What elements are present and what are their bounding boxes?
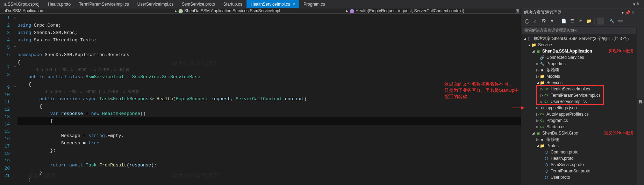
panel-title: 解决方案资源管理器 ▾ 📌 × xyxy=(521,8,637,16)
tree-project[interactable]: ◢▣ShenDa.SSM.Grpc xyxy=(521,130,637,136)
tree-file-cs[interactable]: ▷C#HealthServiceImpl.cs xyxy=(521,86,637,92)
code-content[interactable]: using Grpc.Core; using ShenDa.SSM.Grpc; … xyxy=(17,14,521,185)
close-icon[interactable]: × xyxy=(293,2,295,6)
tree-project[interactable]: ◢▣ShenDa.SSM.Application xyxy=(521,48,637,54)
tabs-row: a.SSM.Grpc.csproj Health.proto TermiPara… xyxy=(0,0,644,8)
tree-folder[interactable]: ◢📁Protos xyxy=(521,143,637,149)
tree-file-cs[interactable]: ▷C#TermiParamServiceImpl.cs xyxy=(521,92,637,98)
tool-icon[interactable]: ☰ xyxy=(568,18,575,25)
tree-file-cs[interactable]: ▷C#AutoMapperProfiles.cs xyxy=(521,111,637,117)
sync-icon[interactable]: 🗘 xyxy=(540,18,547,25)
tree-file-json[interactable]: ▷⚙appsettings.json xyxy=(521,105,637,111)
search-input[interactable]: 搜索解决方案资源管理器(Ctrl+;) xyxy=(522,27,636,34)
tab[interactable]: SsmService.proto xyxy=(178,0,219,8)
line-numbers: 123456789101112131415161718192021 xyxy=(0,14,13,185)
tree-file-proto[interactable]: ⬡Common.proto xyxy=(521,149,637,155)
panel-toolbar: ◯ ⌂ 🗘 ▾ 📄 ☰ ⟳ 📁 ⬚ 🔧 ➖ xyxy=(521,16,637,26)
solution-explorer: 解决方案资源管理器 ▾ 📌 × ◯ ⌂ 🗘 ▾ 📄 ☰ ⟳ 📁 ⬚ 🔧 ➖ 搜索… xyxy=(521,8,637,185)
back-icon[interactable]: ◯ xyxy=(523,18,530,25)
close-icon[interactable]: × xyxy=(632,10,634,15)
tree-file-cs[interactable]: ▷C#Startup.cs xyxy=(521,124,637,130)
tab-active[interactable]: HealthServiceImpl.cs× xyxy=(246,0,299,8)
breadcrumb-project[interactable]: nDa.SSM.Application xyxy=(0,8,171,13)
tool-icon[interactable]: ➖ xyxy=(617,18,624,25)
tree-item[interactable]: ▷🔧Properties xyxy=(521,61,637,67)
tree-folder[interactable]: ◢📁Service xyxy=(521,42,637,48)
tab[interactable]: a.SSM.Grpc.csproj xyxy=(0,0,44,8)
home-icon[interactable]: ⌂ xyxy=(532,18,539,25)
tree-item[interactable]: 🔗Connected Services xyxy=(521,54,637,61)
tree-folder[interactable]: ▷📁Models xyxy=(521,73,637,80)
tool-icon[interactable]: ⟳ xyxy=(577,18,584,25)
fold-column[interactable]: ⊟⊟⊟⊟⊟ xyxy=(13,14,17,185)
tree-file-proto[interactable]: ⬡Health.proto xyxy=(521,155,637,162)
tab[interactable]: TermiParamServiceImpl.cs xyxy=(75,0,133,8)
tree-item[interactable]: ▷■依赖项 xyxy=(521,67,637,73)
tree-file-cs[interactable]: ▷C#Program.cs xyxy=(521,117,637,124)
tool-icon[interactable]: ▾ xyxy=(549,18,556,25)
side-strip[interactable]: 属性 xyxy=(637,8,644,185)
tab[interactable]: Startup.cs xyxy=(219,0,246,8)
tab-dropdown[interactable]: ▾ ✎ xyxy=(629,0,644,8)
tool-icon[interactable]: ⬚ xyxy=(597,18,604,25)
breadcrumb-class[interactable]: ▸ ⬤ ShenDa.SSM.Application.Services.SsmS… xyxy=(171,8,343,13)
tab[interactable]: UserServiceImpl.cs xyxy=(133,0,178,8)
tool-icon[interactable]: 📄 xyxy=(560,18,567,25)
tab[interactable]: Program.cs xyxy=(299,0,329,8)
wrench-icon[interactable]: 🔧 xyxy=(608,18,615,25)
tab[interactable]: Health.proto xyxy=(44,0,75,8)
breadcrumb-bar: nDa.SSM.Application ▸ ⬤ ShenDa.SSM.Appli… xyxy=(0,8,521,14)
tree-folder[interactable]: ◢📁Services xyxy=(521,80,637,86)
solution-tree: ◢⬚解决方案"ShenDa.SSM.Server"(3 个项目，共 3 个) ◢… xyxy=(521,35,637,185)
tool-icon[interactable]: 📁 xyxy=(585,18,592,25)
pin-icon[interactable]: 📌 xyxy=(625,10,630,15)
tree-file-proto[interactable]: ⬡User.proto xyxy=(521,174,637,180)
code-editor[interactable]: 123456789101112131415161718192021 ⊟⊟⊟⊟⊟ … xyxy=(0,14,521,185)
tree-file-proto[interactable]: ⬡SsmService.proto xyxy=(521,162,637,168)
dropdown-icon[interactable]: ▾ xyxy=(622,10,624,15)
tree-file-cs[interactable]: ▷C#UserServiceImpl.cs xyxy=(521,98,637,105)
tree-item[interactable]: ▷■依赖项 xyxy=(521,136,637,143)
tree-file-proto[interactable]: ⬡TermiParamSet.proto xyxy=(521,168,637,174)
breadcrumb-method[interactable]: ▸ ⬤ Health(EmptyRequest request, ServerC… xyxy=(343,8,514,13)
solution-root[interactable]: ◢⬚解决方案"ShenDa.SSM.Server"(3 个项目，共 3 个) xyxy=(521,35,637,42)
split-icon[interactable]: ⊞ xyxy=(514,8,521,13)
